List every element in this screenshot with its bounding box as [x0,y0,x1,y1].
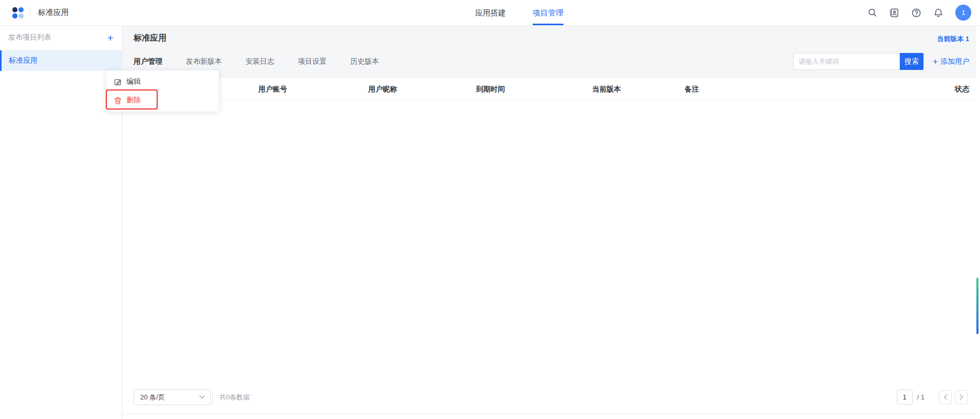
app-title: 标准应用 [38,8,69,17]
total-count-label: 共0条数据 [219,393,250,402]
prev-page-button[interactable] [939,390,952,404]
col-header-remark: 备注 [685,78,699,100]
sidebar-header: 发布项目列表 + [0,25,122,50]
user-table: 用户账号 用户昵称 到期时间 当前版本 备注 状态 20 条/页 共0条数 [122,78,976,414]
tab-user-management[interactable]: 用户管理 [134,57,162,66]
menu-item-delete-label: 删除 [126,96,141,105]
sidebar-item-standard-app[interactable]: 标准应用 [0,50,122,71]
current-version-badge: 当前版本 1 [937,34,969,44]
page-size-value: 20 条/页 [140,393,165,402]
col-header-expiry-time: 到期时间 [476,78,505,100]
plus-icon: + [933,57,938,66]
menu-item-edit-label: 编辑 [126,77,141,86]
top-navigation: 应用搭建 项目管理 [475,0,563,25]
main-content: 标准应用 当前版本 1 用户管理 发布新版本 安装日志 项目设置 历史版本 搜索… [122,25,976,419]
col-header-user-nickname: 用户昵称 [368,78,397,100]
search-icon[interactable] [867,8,877,18]
add-user-label: 添加用户 [940,57,969,66]
app-logo-icon [12,7,24,19]
search-button[interactable]: 搜索 [900,53,924,70]
sidebar: 发布项目列表 + 标准应用 [0,25,122,419]
add-user-button[interactable]: + 添加用户 [933,57,969,66]
tab-install-log[interactable]: 安装日志 [246,57,274,66]
menu-item-delete[interactable]: 删除 [106,91,219,110]
project-context-menu: 编辑 删除 [106,70,219,112]
chevron-down-icon [199,395,205,399]
table-header-row: 用户账号 用户昵称 到期时间 当前版本 备注 状态 [122,78,976,101]
user-avatar[interactable]: 1 [955,5,971,21]
col-header-current-version: 当前版本 [592,78,621,100]
tab-history-versions[interactable]: 历史版本 [350,57,379,66]
content-tabs: 用户管理 发布新版本 安装日志 项目设置 历史版本 [134,57,379,66]
col-header-status: 状态 [955,78,969,100]
brand: 标准应用 [12,0,69,25]
content-actions: 搜索 + 添加用户 [793,53,969,70]
topbar-right: 1 [867,0,971,25]
trash-icon [114,97,122,104]
help-icon[interactable] [911,8,921,18]
edit-icon [114,78,122,86]
col-header-user-account: 用户账号 [258,78,287,100]
menu-item-edit[interactable]: 编辑 [106,72,219,91]
page-title: 标准应用 [134,33,166,44]
topbar: 标准应用 应用搭建 项目管理 [0,0,980,26]
content-header: 标准应用 当前版本 1 用户管理 发布新版本 安装日志 项目设置 历史版本 搜索… [122,25,976,78]
topnav-item-app-build[interactable]: 应用搭建 [475,0,506,25]
page-total-label: / 1 [917,393,925,401]
pagination-bar: 20 条/页 共0条数据 1 / 1 [134,389,968,405]
notifications-bell-icon[interactable] [933,8,944,18]
sidebar-header-label: 发布项目列表 [8,33,51,42]
tab-project-settings[interactable]: 项目设置 [298,57,327,66]
app-window: 标准应用 应用搭建 项目管理 [0,0,980,419]
topnav-item-project-management[interactable]: 项目管理 [533,0,563,25]
add-project-icon[interactable]: + [107,32,114,43]
pagination-divider [212,390,213,405]
tab-publish-new-version[interactable]: 发布新版本 [186,57,222,66]
scrollbar-thumb[interactable] [976,278,978,334]
sidebar-item-label: 标准应用 [9,56,37,65]
contacts-book-icon[interactable] [889,8,899,18]
page-number-input[interactable]: 1 [897,390,913,405]
keyword-search-input[interactable] [793,53,900,70]
page-size-select[interactable]: 20 条/页 [134,389,211,405]
next-page-button[interactable] [955,390,968,404]
brand-divider [30,8,31,17]
